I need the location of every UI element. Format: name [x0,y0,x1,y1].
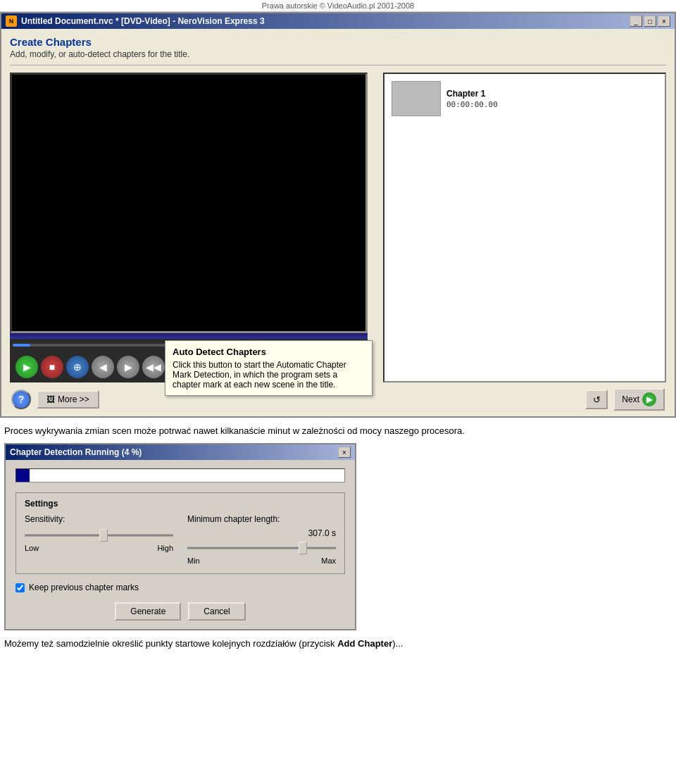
next-button[interactable]: Next ▶ [613,388,665,411]
app-window: N Untitled Document.nvc * [DVD-Video] - … [0,12,676,418]
next-frame-button[interactable]: ▶ [117,356,139,378]
play-button[interactable]: ▶ [15,356,38,378]
title-bar-left: N Untitled Document.nvc * [DVD-Video] - … [6,15,265,27]
window-title: Untitled Document.nvc * [DVD-Video] - Ne… [21,16,265,26]
dialog-content: Settings Sensitivity: Low High [6,460,355,629]
next-icon: ▶ [642,392,656,406]
watermark-text: Prawa autorskie © VideoAudio.pl 2001-200… [262,1,414,10]
redo-icon: ↺ [593,394,601,405]
chapter-name: Chapter 1 [446,89,498,99]
stop-button[interactable]: ■ [41,356,63,378]
chapter-thumbnail [392,81,441,116]
sensitivity-setting: Sensitivity: Low High [25,514,173,552]
progress-bar-fill [16,469,30,482]
page-title: Create Chapters [10,36,666,48]
min-chapter-track [187,547,336,549]
tooltip-body: Click this button to start the Automatic… [173,360,365,390]
bottom-text-bold: Add Chapter [337,638,392,649]
more-icon: 🖼 [46,394,55,404]
bottom-text-end: )... [392,638,403,649]
help-button[interactable]: ? [11,390,31,409]
min-chapter-thumb[interactable] [299,542,307,554]
dialog-close-button[interactable]: × [338,447,351,458]
min-chapter-slider-container[interactable] [187,541,336,555]
maximize-button[interactable]: □ [644,15,656,27]
sensitivity-low: Low [25,544,39,552]
min-chapter-value: 307.0 s [187,528,336,538]
sensitivity-high: High [157,544,173,552]
title-bar: N Untitled Document.nvc * [DVD-Video] - … [1,13,675,29]
sensitivity-labels: Low High [25,544,173,552]
main-layout: ▶ ■ ⊕ ◀ ▶ ◀◀ + 00:00:00.00 ▲ ▼ [10,73,666,382]
watermark-bar: Prawa autorskie © VideoAudio.pl 2001-200… [0,0,676,12]
chapter-info: Chapter 1 00:00:00.00 [446,89,498,109]
left-nav-group: ? 🖼 More >> [11,390,99,409]
dialog-title: Chapter Detection Running (4 %) [10,447,142,457]
keep-chapters-label: Keep previous chapter marks [29,583,139,592]
dialog-window: Chapter Detection Running (4 %) × Settin… [4,443,356,630]
tooltip-title: Auto Detect Chapters [173,347,365,357]
page-header: Create Chapters Add, modify, or auto-det… [10,36,666,59]
max-label: Max [321,556,336,565]
title-bar-controls: _ □ × [630,15,670,27]
app-icon: N [6,15,17,27]
progress-bar-container [15,468,345,483]
next-label: Next [622,394,639,404]
settings-group: Settings Sensitivity: Low High [15,492,345,574]
timeline-fill [13,344,30,347]
prev-frame-button[interactable]: ◀ [92,356,114,378]
app-content: Create Chapters Add, modify, or auto-det… [1,29,675,416]
dialog-titlebar: Chapter Detection Running (4 %) × [6,444,355,460]
video-frame [10,73,368,333]
right-nav-group: ↺ Next ▶ [585,388,665,411]
sensitivity-label: Sensitivity: [25,514,173,524]
prev-chapter-button[interactable]: ◀◀ [142,356,165,378]
page-subtitle: Add, modify, or auto-detect chapters for… [10,49,666,59]
minimize-button[interactable]: _ [630,15,642,27]
misc-button-1[interactable]: ⊕ [66,356,89,378]
cancel-button[interactable]: Cancel [188,602,245,621]
header-divider [10,65,666,66]
bottom-text-prefix: Możemy też samodzielnie określić punkty … [4,638,337,649]
video-panel: ▶ ■ ⊕ ◀ ▶ ◀◀ + 00:00:00.00 ▲ ▼ [10,73,376,382]
min-chapter-labels: Min Max [187,556,336,565]
min-chapter-setting: Minimum chapter length: 307.0 s Min Max [187,514,336,565]
keep-chapters-checkbox[interactable] [15,583,25,592]
sensitivity-thumb[interactable] [99,529,108,542]
more-button[interactable]: 🖼 More >> [37,390,99,409]
settings-row: Sensitivity: Low High Minimum chapter le… [25,514,336,565]
chapter-time: 00:00:00.00 [446,100,498,109]
generate-button[interactable]: Generate [115,602,181,621]
chapter-item[interactable]: Chapter 1 00:00:00.00 [389,78,661,119]
checkbox-row: Keep previous chapter marks [15,583,345,592]
min-label: Min [187,556,200,565]
more-label: More >> [58,394,89,404]
min-chapter-label: Minimum chapter length: [187,514,336,524]
redo-button[interactable]: ↺ [585,390,608,409]
sensitivity-slider-container[interactable] [25,528,173,542]
dialog-buttons: Generate Cancel [15,602,345,621]
tooltip-popup: Auto Detect Chapters Click this button t… [165,340,373,396]
bottom-text: Możemy też samodzielnie określić punkty … [4,637,672,650]
close-button[interactable]: × [658,15,670,27]
video-bottom-bar [10,333,368,339]
chapters-panel: Chapter 1 00:00:00.00 [383,73,666,382]
info-text: Proces wykrywania zmian scen może potrwa… [4,425,672,437]
settings-label: Settings [25,499,336,509]
